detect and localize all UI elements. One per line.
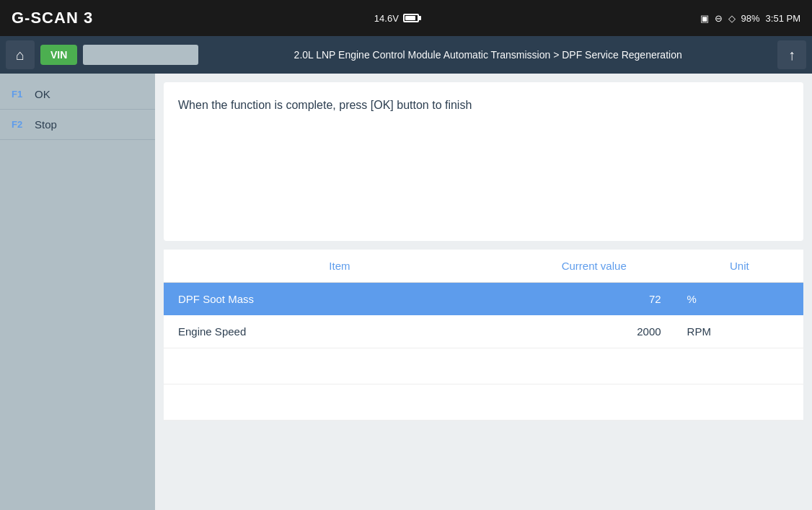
col-header-value: Current value	[516, 250, 676, 283]
sidebar-item-ok[interactable]: F1 OK	[0, 79, 155, 110]
status-right: ▣ ⊖ ◇ 98% 3:51 PM	[700, 13, 800, 24]
signal-icon: ⊖	[715, 13, 723, 24]
table-header: Item Current value Unit	[164, 250, 803, 283]
f2-key: F2	[12, 119, 29, 130]
empty-row-unit-1	[676, 348, 803, 384]
battery-icon	[403, 14, 419, 22]
screen-icon: ▣	[700, 13, 709, 24]
voltage-value: 14.6V	[374, 13, 399, 24]
row-item-2: Engine Speed	[164, 315, 516, 348]
table-row	[164, 384, 803, 421]
nav-bar: ⌂ VIN 2.0L LNP Engine Control Module Aut…	[0, 36, 812, 74]
message-box: When the function is complete, press [OK…	[164, 82, 803, 241]
row-unit-2: RPM	[676, 315, 803, 348]
empty-row-item-1	[164, 348, 516, 384]
stop-label: Stop	[35, 118, 57, 131]
logo-text: G-SCAN 3	[12, 9, 93, 27]
home-button[interactable]: ⌂	[6, 40, 35, 69]
col-header-item: Item	[164, 250, 516, 283]
up-button[interactable]: ↑	[777, 40, 806, 69]
home-icon: ⌂	[16, 47, 25, 63]
time-display: 3:51 PM	[766, 13, 800, 24]
content-panel: When the function is complete, press [OK…	[155, 74, 812, 510]
up-arrow-icon: ↑	[788, 47, 795, 63]
sidebar-item-stop[interactable]: F2 Stop	[0, 110, 155, 140]
empty-row-item-2	[164, 384, 516, 421]
main-content: F1 OK F2 Stop When the function is compl…	[0, 74, 812, 510]
vin-value-display	[83, 45, 198, 65]
row-unit-1: %	[676, 283, 803, 316]
data-table: Item Current value Unit DPF Soot Mass 72…	[164, 250, 803, 421]
empty-row-value-2	[516, 384, 676, 421]
table-row: DPF Soot Mass 72 %	[164, 283, 803, 316]
row-item-1: DPF Soot Mass	[164, 283, 516, 316]
row-value-2: 2000	[516, 315, 676, 348]
row-value-1: 72	[516, 283, 676, 316]
voltage-display: 14.6V	[374, 13, 419, 24]
empty-row-unit-2	[676, 384, 803, 421]
vin-button[interactable]: VIN	[40, 45, 77, 65]
table-row	[164, 348, 803, 384]
sidebar: F1 OK F2 Stop	[0, 74, 155, 510]
status-bar: G-SCAN 3 14.6V ▣ ⊖ ◇ 98% 3:51 PM	[0, 0, 812, 36]
empty-row-value-1	[516, 348, 676, 384]
battery-percent: 98%	[741, 13, 760, 24]
app-logo: G-SCAN 3	[12, 9, 93, 27]
ok-label: OK	[35, 88, 50, 100]
message-text: When the function is complete, press [OK…	[178, 99, 472, 111]
col-header-unit: Unit	[676, 250, 803, 283]
f1-key: F1	[12, 89, 29, 100]
table-body: DPF Soot Mass 72 % Engine Speed 2000 RPM	[164, 283, 803, 421]
wifi-icon: ◇	[728, 13, 736, 24]
table-row: Engine Speed 2000 RPM	[164, 315, 803, 348]
data-table-area: Item Current value Unit DPF Soot Mass 72…	[164, 250, 803, 501]
breadcrumb: 2.0L LNP Engine Control Module Automatic…	[204, 49, 772, 61]
